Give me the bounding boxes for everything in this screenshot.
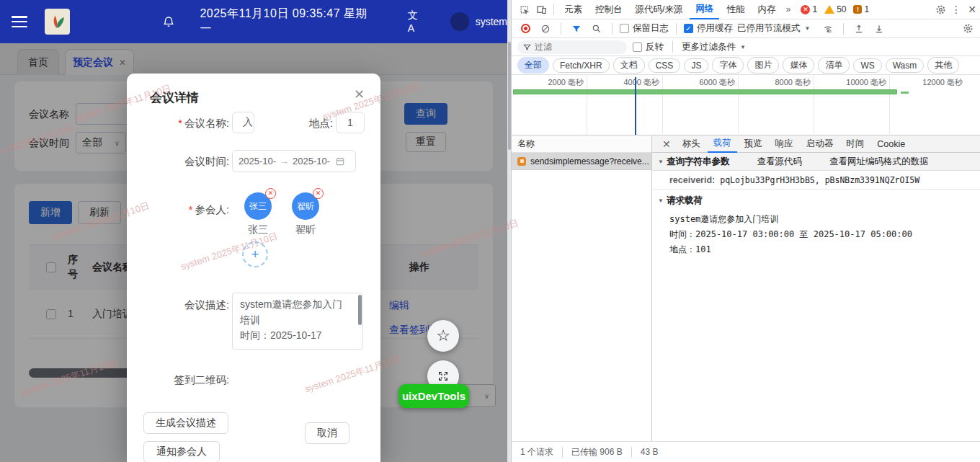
participant-avatar-text: 张三 [249,200,267,213]
notification-bell-icon[interactable] [162,15,175,28]
filter-input-box[interactable] [517,40,627,54]
detail-tab-headers[interactable]: 标头 [677,136,706,153]
close-detail-icon[interactable]: ✕ [658,138,675,150]
meeting-name-input[interactable]: 入 [232,112,254,133]
detail-tab-cookies[interactable]: Cookie [871,136,911,153]
add-participant-button[interactable]: + [242,241,268,267]
detail-tab-preview[interactable]: 预览 [739,136,768,153]
throttling-select[interactable]: 已停用节流模式 ▼ [737,22,810,35]
view-source-link[interactable]: 查看源代码 [757,156,802,168]
detail-tab-payload[interactable]: 载荷 [708,136,737,153]
filter-toggle-icon[interactable] [569,22,584,36]
pill-img[interactable]: 图片 [747,57,779,74]
pill-fetch-xhr[interactable]: Fetch/XHR [553,58,610,73]
user-avatar[interactable] [450,12,469,31]
issues-badge[interactable]: ! 1 [853,4,869,14]
tab-elements[interactable]: 元素 [558,0,588,19]
cancel-button[interactable]: 取消 [305,422,349,444]
view-urlencoded-link[interactable]: 查看网址编码格式的数据 [829,156,929,168]
screen: 2025年11月10日 09:35:47 星期一 文A system 首页 预定… [0,0,980,462]
tab-sources[interactable]: 源代码/来源 [630,0,689,19]
plus-icon: + [251,246,259,262]
caret-down-icon: ▼ [740,44,746,50]
pill-js[interactable]: JS [684,58,708,73]
notify-participants-button[interactable]: 通知参会人 [143,441,220,462]
username-text: system [476,16,507,27]
textarea-scrollbar[interactable] [358,295,362,325]
more-tabs-icon[interactable]: » [783,0,793,19]
star-fab-button[interactable]: ☆ [427,320,459,352]
date-range-picker[interactable]: 2025-10- → 2025-10- [232,150,356,172]
translate-icon[interactable]: 文A [408,9,424,34]
network-toolbar: 保留日志 ✓ 停用缓存 已停用节流模式 ▼ [512,19,980,38]
network-settings-gear-icon[interactable] [960,22,976,36]
device-toolbar-icon[interactable] [533,2,549,17]
caret-down-icon: ▼ [658,197,664,204]
settings-gear-icon[interactable] [932,2,948,17]
detail-tab-timing[interactable]: 时间 [840,136,870,153]
devtools-splitter[interactable] [507,0,512,462]
logo-bird-icon [49,13,66,30]
search-icon[interactable] [589,22,605,36]
location-field-label: 地点: [282,117,333,130]
preserve-log-checkbox[interactable]: 保留日志 [620,22,669,35]
payload-line: 时间：2025-10-17 03:00:00 至 2025-10-17 05:0… [669,227,980,242]
required-asterisk: * [189,204,193,216]
tab-memory[interactable]: 内存 [752,0,781,19]
error-badge[interactable]: ✕ 1 [801,4,817,14]
detail-tab-initiator[interactable]: 启动器 [801,136,839,153]
qrcode-field-label: 签到二维码: [127,373,229,387]
tab-network[interactable]: 网络 [690,0,719,19]
pill-all[interactable]: 全部 [517,57,549,74]
remove-participant-icon[interactable]: ✕ [265,188,276,199]
date-end-value: 2025-10- [293,156,330,166]
participant-avatar: 翟昕 ✕ [292,192,319,220]
divider [672,41,673,53]
pill-media[interactable]: 媒体 [783,57,814,74]
checkbox-unchecked-icon [620,24,629,33]
dom-content-loaded-marker [635,77,636,135]
disable-cache-checkbox[interactable]: ✓ 停用缓存 [684,22,733,35]
request-payload-section-title[interactable]: ▼ 请求载荷 [652,190,980,210]
pill-wasm[interactable]: Wasm [886,58,925,73]
kebab-menu-icon[interactable]: ⋮ [948,2,964,17]
clear-network-log-icon[interactable] [538,22,553,36]
pill-ws[interactable]: WS [853,58,881,73]
meeting-time-field-text: 会议时间: [184,156,229,167]
filter-input[interactable] [535,42,614,52]
tab-console[interactable]: 控制台 [589,0,628,19]
hamburger-menu-icon[interactable] [12,16,27,27]
location-input[interactable]: 1 [336,112,365,133]
caret-down-icon: ▼ [658,159,664,165]
invert-label: 反转 [646,41,664,53]
name-column-header[interactable]: 名称 [512,136,651,153]
pill-manifest[interactable]: 清单 [818,57,850,74]
detail-tab-response[interactable]: 响应 [770,136,799,153]
pill-font[interactable]: 字体 [712,57,744,74]
export-har-icon[interactable] [871,22,887,36]
description-textarea[interactable]: system邀请您参加入门培训 时间：2025-10-17 [232,293,363,350]
import-har-icon[interactable] [851,22,867,36]
invert-checkbox[interactable]: 反转 [633,41,664,53]
network-conditions-icon[interactable] [820,22,836,36]
network-overview-timeline[interactable]: 2000 毫秒 4000 毫秒 6000 毫秒 8000 毫秒 10000 毫秒… [512,75,980,136]
pill-other[interactable]: 其他 [927,57,959,74]
close-devtools-icon[interactable]: ✕ [964,2,980,17]
inspect-element-icon[interactable] [516,2,532,17]
scrollbar-thumb[interactable] [508,42,511,150]
tab-performance[interactable]: 性能 [721,0,750,19]
query-string-section-title[interactable]: ▼ 查询字符串参数 [658,156,729,168]
request-row-selected[interactable]: sendsimplemessage?receive... [512,153,651,170]
more-filters-button[interactable]: 更多过滤条件 ▼ [682,41,746,53]
location-value: 1 [347,117,353,128]
dialog-close-icon[interactable]: ✕ [354,86,365,102]
record-network-log-icon[interactable] [517,22,533,36]
error-icon: ✕ [801,5,810,14]
pill-doc[interactable]: 文档 [613,57,645,74]
divider [561,23,561,35]
generate-description-button[interactable]: 生成会议描述 [143,412,228,434]
pill-css[interactable]: CSS [649,58,681,73]
warning-badge[interactable]: 50 [824,4,846,14]
uixdevtools-button[interactable]: uixDevTools [398,384,469,408]
remove-participant-icon[interactable]: ✕ [313,188,324,199]
